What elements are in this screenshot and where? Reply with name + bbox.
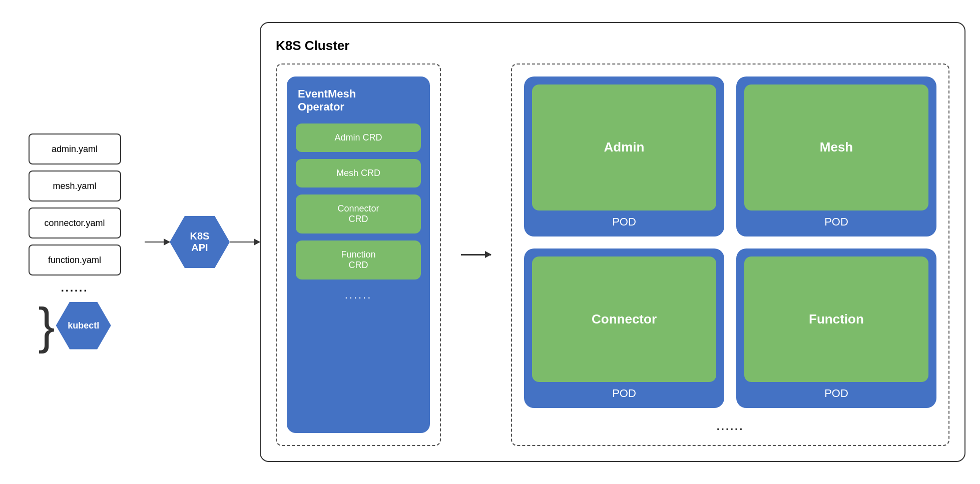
operator-to-pods-arrow xyxy=(461,254,491,256)
function-pod-inner: Function xyxy=(744,256,928,382)
pods-area: Admin POD Mesh POD Connector POD xyxy=(511,64,949,446)
mesh-pod-label: POD xyxy=(824,216,848,228)
admin-pod-inner: Admin xyxy=(532,84,716,210)
kubectl-to-api-arrow xyxy=(145,242,170,243)
pods-dots: ...... xyxy=(524,420,936,433)
mesh-pod-card: Mesh POD xyxy=(736,76,936,236)
left-dots: ...... xyxy=(61,282,89,294)
yaml-file-admin: admin.yaml xyxy=(29,134,121,164)
connector-pod-card: Connector POD xyxy=(524,248,724,408)
kubectl-hex: kubectl xyxy=(56,302,111,350)
mesh-pod-name: Mesh xyxy=(820,140,853,155)
function-pod-card: Function POD xyxy=(736,248,936,408)
api-to-cluster-arrow xyxy=(230,242,260,243)
operator-box: EventMesh Operator Admin CRD Mesh CRD Co… xyxy=(276,64,441,446)
operator-card: EventMesh Operator Admin CRD Mesh CRD Co… xyxy=(287,76,430,433)
yaml-file-mesh: mesh.yaml xyxy=(29,170,121,202)
connector-pod-name: Connector xyxy=(592,312,657,327)
yaml-file-connector: connector.yaml xyxy=(29,208,121,238)
crd-mesh: Mesh CRD xyxy=(296,159,421,188)
left-section: admin.yaml mesh.yaml connector.yaml func… xyxy=(15,134,135,350)
mesh-pod-inner: Mesh xyxy=(744,84,928,210)
admin-pod-name: Admin xyxy=(604,140,645,155)
crd-admin: Admin CRD xyxy=(296,124,421,152)
left-brace: } xyxy=(38,300,55,350)
function-pod-label: POD xyxy=(824,387,848,400)
crd-function: Function CRD xyxy=(296,240,421,280)
k8s-cluster: K8S Cluster EventMesh Operator Admin CRD… xyxy=(260,22,965,462)
connector-pod-label: POD xyxy=(612,387,636,400)
k8s-api-hex: K8S API xyxy=(170,216,230,268)
k8s-cluster-title: K8S Cluster xyxy=(276,38,949,54)
function-pod-name: Function xyxy=(809,312,864,327)
diagram: admin.yaml mesh.yaml connector.yaml func… xyxy=(15,12,965,472)
operator-dots: ...... xyxy=(296,288,421,302)
yaml-file-function: function.yaml xyxy=(29,244,121,276)
operator-title: EventMesh Operator xyxy=(296,88,421,114)
connector-pod-inner: Connector xyxy=(532,256,716,382)
admin-pod-card: Admin POD xyxy=(524,76,724,236)
admin-pod-label: POD xyxy=(612,216,636,228)
crd-connector: Connector CRD xyxy=(296,194,421,234)
k8s-inner: EventMesh Operator Admin CRD Mesh CRD Co… xyxy=(276,64,949,446)
k8s-api-hex-wrap: K8S API xyxy=(170,216,230,268)
